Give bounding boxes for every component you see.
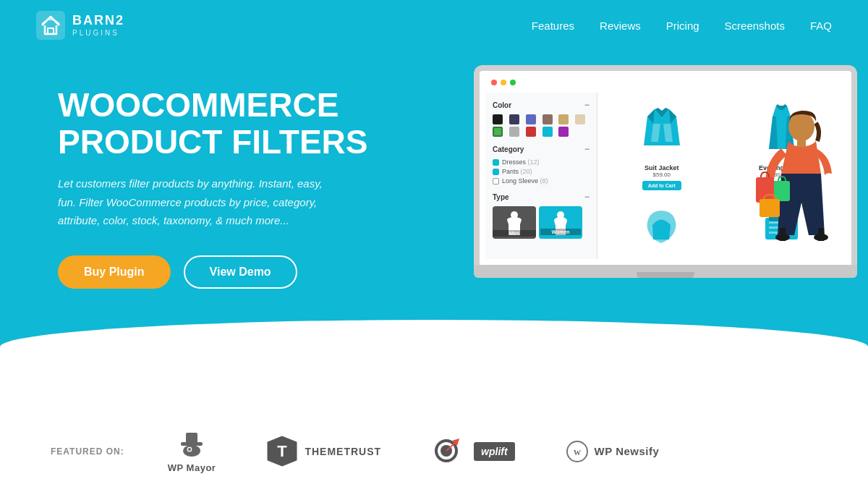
type-women[interactable]: Women [539,206,582,239]
barn2-logo-icon [36,11,65,40]
filter-color-label: Color [493,101,511,109]
hero-content: WOOCOMMERCE PRODUCT FILTERS Let customer… [58,87,405,289]
svg-rect-16 [756,177,774,203]
color-teal[interactable] [542,127,553,137]
filter-color-toggle[interactable]: − [584,100,590,110]
bottom-bar: FEATURED ON: WP Mayor T THEMETRUST [0,402,868,500]
svg-rect-15 [818,228,824,241]
nav-features[interactable]: Features [532,20,574,32]
svg-rect-17 [774,181,790,201]
color-beige[interactable] [575,114,585,124]
category-longsleeve[interactable]: Long Sleeve (8) [493,177,590,185]
product-suit-jacket: Suit Jacket $59.00 Add to Cart [605,100,719,190]
filter-categories: Dresses (12) Pants (20) Long Sleeve (8) [493,158,590,185]
hero-title-line1: WOOCOMMERCE [58,86,339,124]
wplift-name: wplift [481,446,508,457]
filter-category-toggle[interactable]: − [584,144,590,154]
svg-rect-18 [760,199,780,217]
filter-category-header: Category − [493,144,590,154]
color-gray[interactable] [509,127,519,137]
svg-rect-20 [186,433,197,443]
filter-type-images: Men Women [493,206,590,239]
check-longsleeve[interactable] [493,178,499,185]
dot-yellow [501,80,506,85]
hero-description: Let customers filter products by anythin… [58,174,333,230]
nav-faq[interactable]: FAQ [810,20,832,32]
color-green[interactable] [493,127,503,137]
logo[interactable]: BARN2 PLUGINS [36,11,124,40]
color-blue[interactable] [526,114,536,124]
wpmayor-name: WP Mayor [168,462,216,473]
svg-point-23 [188,448,191,451]
logo-plugins: PLUGINS [72,29,124,38]
color-black[interactable] [493,114,503,124]
category-pants[interactable]: Pants (20) [493,168,590,175]
svg-rect-0 [36,11,65,40]
logo-barn2: BARN2 [72,13,124,29]
wpmayor-logo: WP Mayor [168,429,216,473]
wplift-logo: wplift [432,435,515,467]
color-brown[interactable] [542,114,553,124]
color-navy[interactable] [509,114,519,124]
suit-jacket-price: $59.00 [653,171,671,178]
svg-rect-14 [780,228,786,241]
svg-text:T: T [278,442,288,460]
color-red[interactable] [526,127,536,137]
themetrust-name: THEMETRUST [305,446,381,457]
nav-reviews[interactable]: Reviews [600,20,641,32]
wpnewsify-name: WP Newsify [595,445,660,457]
svg-text:w: w [574,446,582,457]
nav-screenshots[interactable]: Screenshots [725,20,785,32]
dot-red [491,80,497,85]
hero-buttons: Buy Plugin View Demo [58,255,405,289]
wpmayor-icon [174,429,210,458]
wpnewsify-logo: w WP Newsify [566,440,660,463]
check-dresses[interactable] [493,159,499,166]
woman-figure [752,109,839,340]
type-men[interactable]: Men [493,206,536,239]
view-demo-button[interactable]: View Demo [184,255,297,289]
filter-type-header: Type − [493,192,590,202]
themetrust-icon: T [266,435,299,467]
main-nav: Features Reviews Pricing Screenshots FAQ [532,20,832,32]
svg-rect-11 [797,140,806,147]
suit-jacket-svg [640,102,684,160]
placeholder-1-image [637,196,687,258]
filter-category-label: Category [493,145,524,153]
color-grid [493,114,590,137]
window-dots [485,77,846,88]
category-dresses-label: Dresses (12) [502,158,540,166]
nav-pricing[interactable]: Pricing [666,20,699,32]
buy-plugin-button[interactable]: Buy Plugin [58,255,171,289]
suit-jacket-name: Suit Jacket [644,164,679,171]
filter-type-label: Type [493,193,509,201]
logo-text: BARN2 PLUGINS [72,13,124,38]
color-tan[interactable] [558,114,569,124]
suit-jacket-add-to-cart[interactable]: Add to Cart [642,181,681,190]
women-label: Women [540,229,581,235]
woman-svg [752,109,839,340]
filter-type-toggle[interactable]: − [584,192,590,202]
dot-green [510,80,516,85]
color-purple[interactable] [558,127,569,137]
placeholder-1-svg [642,207,681,247]
themetrust-logo: T THEMETRUST [266,435,381,467]
wpnewsify-icon: w [566,440,589,463]
hero-section: WOOCOMMERCE PRODUCT FILTERS Let customer… [0,51,868,405]
filter-color-header: Color − [493,100,590,110]
category-pants-label: Pants (20) [502,168,532,175]
wplift-badge: wplift [474,442,515,461]
check-pants[interactable] [493,169,499,175]
category-longsleeve-label: Long Sleeve (8) [502,177,548,185]
suit-jacket-image [637,100,687,161]
men-label: Men [493,230,536,237]
filter-panel: Color − [485,93,597,259]
hero-title-line2: PRODUCT FILTERS [58,123,367,161]
product-placeholder-1 [605,196,719,259]
wplift-icon [432,435,468,467]
featured-logos: WP Mayor T THEMETRUST wplift [168,429,817,473]
header: BARN2 PLUGINS Features Reviews Pricing S… [0,0,868,51]
category-dresses[interactable]: Dresses (12) [493,158,590,166]
hero-title: WOOCOMMERCE PRODUCT FILTERS [58,87,405,160]
svg-point-10 [788,112,814,141]
